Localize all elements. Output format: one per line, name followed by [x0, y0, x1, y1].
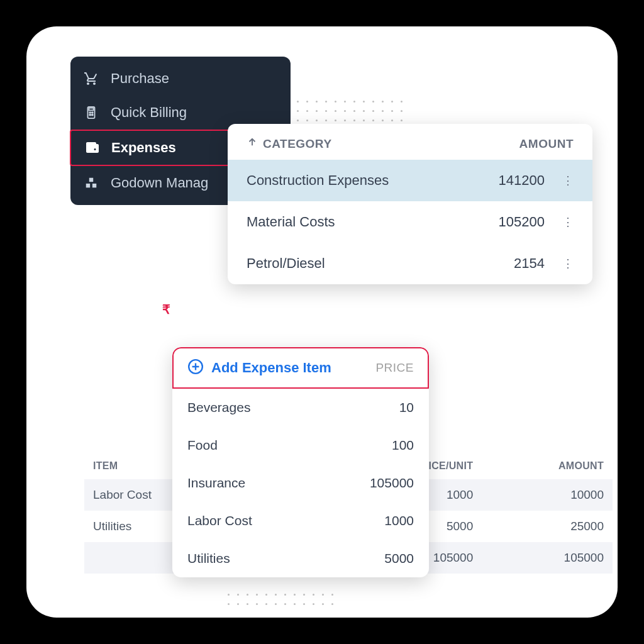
- expense-item-row[interactable]: Beverages 10: [172, 389, 429, 426]
- categories-card: CATEGORY AMOUNT Construction Expenses 14…: [228, 124, 592, 284]
- boxes-icon: [83, 175, 99, 191]
- expense-item-name: Beverages: [187, 400, 250, 415]
- expense-item-row[interactable]: Food 100: [172, 426, 429, 464]
- cart-icon: [83, 70, 99, 87]
- more-icon[interactable]: ⋮: [562, 258, 574, 269]
- category-name: Construction Expenses: [247, 172, 389, 189]
- expense-item-name: Utilities: [187, 551, 230, 566]
- plus-circle-icon: [187, 358, 204, 377]
- more-icon[interactable]: ⋮: [562, 175, 574, 186]
- svg-rect-1: [89, 108, 93, 111]
- svg-point-3: [92, 112, 93, 113]
- cell-amount: 10000: [482, 479, 613, 511]
- category-name: Material Costs: [247, 214, 335, 230]
- expense-item-row[interactable]: Insurance 105000: [172, 464, 429, 502]
- add-expense-panel: Add Expense Item PRICE Beverages 10 Food…: [172, 347, 429, 577]
- category-amount: 2154: [514, 255, 545, 272]
- dot-pattern-top: [297, 101, 402, 121]
- main-card: Purchase Quick Billing Expenses Godown M…: [26, 26, 618, 618]
- category-amount: 105200: [499, 214, 545, 230]
- svg-rect-7: [92, 184, 96, 187]
- sidebar-label: Quick Billing: [111, 104, 187, 121]
- wallet-icon: [84, 140, 100, 156]
- categories-header[interactable]: CATEGORY AMOUNT: [228, 124, 592, 160]
- header-amount: AMOUNT: [519, 137, 574, 151]
- sidebar-label: Expenses: [111, 140, 176, 156]
- sidebar-label: Purchase: [111, 70, 169, 87]
- expense-item-row[interactable]: Labor Cost 1000: [172, 502, 429, 540]
- expense-item-row[interactable]: Utilities 5000: [172, 540, 429, 577]
- sidebar-label: Godown Manag: [111, 175, 208, 191]
- expense-item-price: 105000: [370, 475, 414, 491]
- calculator-icon: [83, 104, 99, 121]
- category-amount: 141200: [499, 172, 545, 189]
- svg-point-2: [89, 112, 91, 113]
- add-expense-header[interactable]: Add Expense Item PRICE: [172, 347, 429, 389]
- svg-rect-8: [89, 178, 93, 182]
- category-row[interactable]: Material Costs 105200 ⋮: [228, 201, 592, 243]
- svg-point-4: [89, 114, 91, 116]
- add-expense-label: Add Expense Item: [211, 360, 331, 376]
- expense-item-name: Food: [187, 438, 218, 453]
- category-row[interactable]: Petrol/Diesel 2154 ⋮: [228, 243, 592, 284]
- expense-item-name: Labor Cost: [187, 513, 252, 528]
- header-category: CATEGORY: [263, 137, 332, 151]
- category-name: Petrol/Diesel: [247, 255, 325, 272]
- dot-pattern-bottom: [228, 594, 333, 605]
- expense-item-price: 1000: [384, 513, 414, 528]
- expense-item-price: 100: [392, 438, 414, 453]
- expense-item-price: 5000: [384, 551, 414, 566]
- expense-item-name: Insurance: [187, 475, 245, 491]
- more-icon[interactable]: ⋮: [562, 216, 574, 228]
- price-header-label: PRICE: [375, 361, 414, 375]
- cell-amount: 25000: [482, 511, 613, 542]
- rupee-symbol: ₹: [162, 302, 170, 317]
- sort-arrow-up-icon: [247, 136, 258, 151]
- svg-point-5: [92, 114, 93, 116]
- category-row[interactable]: Construction Expenses 141200 ⋮: [228, 160, 592, 201]
- th-amount[interactable]: AMOUNT: [482, 453, 613, 479]
- sidebar-item-purchase[interactable]: Purchase: [70, 62, 291, 96]
- expense-item-price: 10: [399, 400, 414, 415]
- cell-amount: 105000: [482, 542, 613, 574]
- svg-rect-6: [86, 184, 90, 187]
